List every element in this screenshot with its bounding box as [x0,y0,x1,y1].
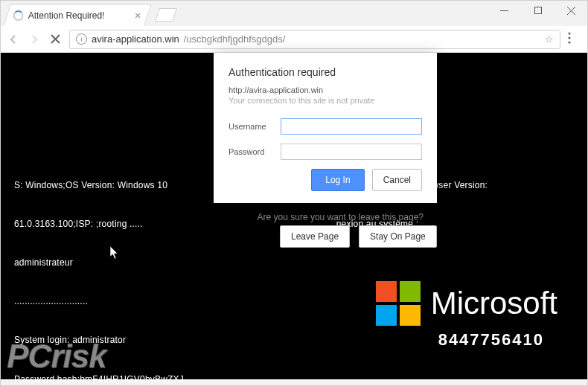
leave-page-button[interactable]: Leave Page [280,225,350,248]
auth-host: http://avira-application.win [229,86,422,94]
term-line: administrateur [14,257,574,269]
address-bar[interactable]: i avira-application.win/uscbgkdhfjgdhfsg… [69,30,560,49]
auth-dialog: Authentication required http://avira-app… [214,53,437,203]
toolbar: i avira-application.win/uscbgkdhfjgdhfsg… [1,26,587,53]
watermark-risk: risk [51,338,106,374]
pcrisk-watermark: PCrisk [7,338,106,375]
chrome-window: Attention Required! × i avira-applicatio… [0,0,588,386]
browser-tab[interactable]: Attention Required! × [3,4,152,26]
maximize-button[interactable] [521,0,555,21]
password-label: Password [229,147,275,156]
window-controls [488,0,588,21]
leave-page-actions: Leave Page Stay On Page [280,225,437,248]
loading-spinner-icon [13,10,24,21]
watermark-pc: PC [7,338,51,374]
svg-point-7 [568,36,570,39]
url-host: avira-application.win [92,33,179,45]
svg-point-6 [568,32,570,34]
login-button[interactable]: Log In [311,169,364,191]
password-input[interactable] [281,144,422,160]
forward-button[interactable] [28,33,41,46]
back-button[interactable] [7,33,20,46]
page-content: S: Windows;OS Version: Windows 10er: und… [1,53,587,379]
url-path: /uscbgkdhfjgdhfsgdgds/ [184,33,286,45]
tab-title: Attention Required! [28,10,105,21]
close-window-button[interactable] [555,0,588,21]
leave-page-prompt: Are you sure you want to leave this page… [258,212,424,222]
stay-on-page-button[interactable]: Stay On Page [359,225,437,248]
term-line: S: Windows;OS Version: Windows 10 [14,180,167,190]
auth-privacy-note: Your connection to this site is not priv… [229,96,422,105]
username-input[interactable] [281,118,422,135]
site-info-icon[interactable]: i [76,33,87,45]
term-line: 61.0.3163.100;ISP: ;rooting ..... [14,219,143,229]
cancel-button[interactable]: Cancel [372,169,422,191]
svg-rect-1 [534,7,541,14]
scam-phone-number: 8447756410 [438,330,544,350]
stop-reload-button[interactable] [48,33,62,46]
bookmark-star-icon[interactable]: ☆ [545,33,554,45]
term-line: Password hash:bmF4IHR1IGV0byBwZXJ [14,373,574,386]
new-tab-button[interactable] [155,8,177,22]
tab-close-icon[interactable]: × [135,9,141,22]
svg-point-8 [568,41,570,43]
microsoft-squares-icon [376,281,421,326]
microsoft-logo: Microsoft [376,281,557,326]
microsoft-wordmark: Microsoft [431,286,557,321]
username-label: Username [229,122,275,131]
chrome-menu-button[interactable] [568,32,581,47]
minimize-button[interactable] [488,0,521,21]
auth-title: Authentication required [229,66,422,78]
